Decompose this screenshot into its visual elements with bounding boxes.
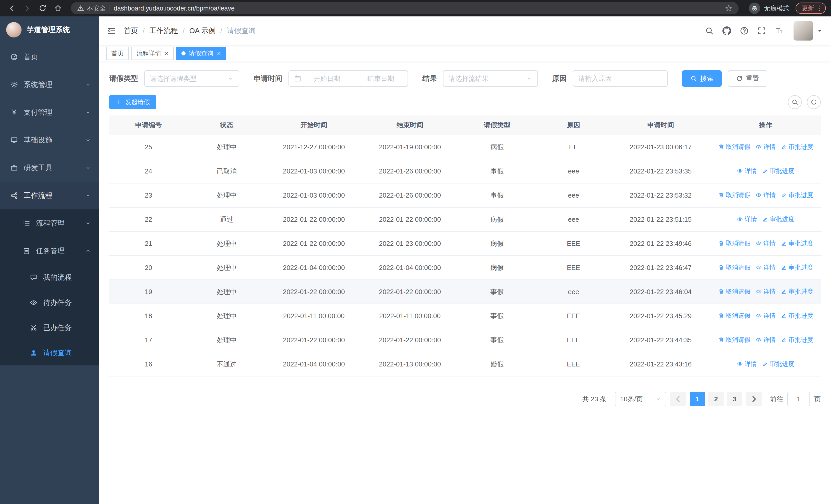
action-detail[interactable]: 详情 <box>755 143 776 151</box>
action-progress[interactable]: 审批进度 <box>762 167 794 175</box>
action-detail[interactable]: 详情 <box>755 288 776 296</box>
browser-home-button[interactable] <box>51 2 65 15</box>
action-progress[interactable]: 审批进度 <box>762 215 794 223</box>
action-progress[interactable]: 审批进度 <box>781 288 813 296</box>
action-label: 取消请假 <box>726 312 750 320</box>
cell-end-time: 2022-01-13 00:00:00 <box>362 352 458 376</box>
url-bar[interactable]: 不安全 dashboard.yudao.iocoder.cn/bpm/oa/le… <box>71 2 739 14</box>
tab-0[interactable]: 首页 <box>106 47 129 60</box>
cell-reason: EEE <box>536 304 611 328</box>
sidebar-subitem-4[interactable]: 已办任务 <box>0 315 99 340</box>
total-count: 共 23 条 <box>582 395 607 404</box>
action-detail[interactable]: 详情 <box>755 191 776 199</box>
action-progress[interactable]: 审批进度 <box>781 263 813 271</box>
cell-start-time: 2022-01-04 00:00:00 <box>266 352 362 376</box>
tab-1[interactable]: 流程详情× <box>132 47 174 60</box>
create-leave-button[interactable]: 发起请假 <box>109 95 156 109</box>
action-cancel[interactable]: 取消请假 <box>718 239 750 247</box>
action-label: 详情 <box>763 191 776 199</box>
prev-page-button[interactable] <box>670 392 686 406</box>
result-placeholder: 请选择流结果 <box>449 74 489 83</box>
action-detail[interactable]: 详情 <box>755 336 776 344</box>
trash-icon <box>718 289 724 295</box>
back-button[interactable] <box>5 2 19 15</box>
sidebar-item-2[interactable]: 支付管理 <box>0 98 99 126</box>
refresh-table-button[interactable] <box>807 95 821 109</box>
briefcase-icon <box>10 164 18 172</box>
action-cancel[interactable]: 取消请假 <box>718 288 750 296</box>
reset-button-label: 重置 <box>746 74 759 83</box>
action-cancel[interactable]: 取消请假 <box>718 336 750 344</box>
action-detail[interactable]: 详情 <box>755 239 776 247</box>
reset-button[interactable]: 重置 <box>728 70 767 87</box>
cell-end-time: 2022-01-26 00:00:00 <box>362 183 458 207</box>
forward-button[interactable] <box>21 2 34 15</box>
site-security[interactable]: 不安全 <box>77 4 106 12</box>
sidebar-subitem-5[interactable]: 请假查询 <box>0 340 99 365</box>
action-cancel[interactable]: 取消请假 <box>718 143 750 151</box>
user-menu[interactable] <box>794 21 823 40</box>
action-progress[interactable]: 审批进度 <box>781 336 813 344</box>
close-icon[interactable]: × <box>165 50 169 57</box>
breadcrumb-item-1[interactable]: 工作流程 <box>149 26 178 36</box>
sidebar-item-4[interactable]: 研发工具 <box>0 154 99 182</box>
sidebar-item-0[interactable]: 首页 <box>0 43 99 71</box>
action-cancel[interactable]: 取消请假 <box>718 191 750 199</box>
cell-id: 25 <box>109 135 188 159</box>
breadcrumb-item-0[interactable]: 首页 <box>124 26 138 36</box>
page-size-select[interactable]: 10条/页 <box>615 392 666 406</box>
action-progress[interactable]: 审批进度 <box>781 191 813 199</box>
url-text[interactable]: dashboard.yudao.iocoder.cn/bpm/oa/leave <box>114 5 721 12</box>
leave-type-select[interactable]: 请选择请假类型 <box>144 70 239 87</box>
action-cancel[interactable]: 取消请假 <box>718 263 750 271</box>
bookmark-star-icon[interactable] <box>725 4 733 12</box>
action-progress[interactable]: 审批进度 <box>781 312 813 320</box>
toggle-search-button[interactable] <box>788 95 802 109</box>
close-icon[interactable]: × <box>217 50 221 57</box>
action-detail[interactable]: 详情 <box>755 263 776 271</box>
update-button[interactable]: 更新 <box>796 3 826 14</box>
page-button-3[interactable]: 3 <box>727 392 742 406</box>
reason-input[interactable] <box>573 70 668 87</box>
search-button[interactable]: 搜索 <box>682 70 722 87</box>
action-cancel[interactable]: 取消请假 <box>718 312 750 320</box>
page-button-1[interactable]: 1 <box>690 392 705 406</box>
scissors-icon <box>30 324 37 331</box>
font-size-icon[interactable] <box>771 23 787 39</box>
action-detail[interactable]: 详情 <box>737 215 757 223</box>
help-icon[interactable] <box>736 23 752 39</box>
browser-menu-dots-icon[interactable] <box>815 5 823 12</box>
collapse-sidebar-icon[interactable] <box>99 26 124 35</box>
action-detail[interactable]: 详情 <box>737 360 757 368</box>
sidebar-item-3[interactable]: 基础设施 <box>0 126 99 154</box>
goto-page-input[interactable] <box>787 392 810 406</box>
user-avatar[interactable] <box>794 21 813 40</box>
sidebar-subitem-1[interactable]: 任务管理 <box>0 237 99 265</box>
date-range-picker[interactable]: 开始日期 - 结束日期 <box>288 70 408 87</box>
reload-button[interactable] <box>36 2 49 15</box>
action-progress[interactable]: 审批进度 <box>762 360 794 368</box>
sidebar-subitem-0[interactable]: 流程管理 <box>0 209 99 237</box>
action-detail[interactable]: 详情 <box>737 167 757 175</box>
cell-id: 23 <box>109 183 188 207</box>
sidebar-subitem-2[interactable]: 我的流程 <box>0 265 99 290</box>
breadcrumb-item-2[interactable]: OA 示例 <box>190 26 216 36</box>
sidebar-item-5[interactable]: 工作流程 <box>0 182 99 209</box>
tab-2[interactable]: 请假查询× <box>176 47 226 60</box>
action-progress[interactable]: 审批进度 <box>781 143 813 151</box>
github-icon[interactable] <box>719 23 735 39</box>
eye-icon <box>737 168 743 174</box>
trash-icon <box>718 240 724 246</box>
search-icon[interactable] <box>701 23 718 39</box>
column-header-3: 结束时间 <box>362 116 458 135</box>
sidebar-item-1[interactable]: 系统管理 <box>0 71 99 98</box>
cell-status: 已取消 <box>188 159 266 183</box>
action-progress[interactable]: 审批进度 <box>781 239 813 247</box>
next-page-button[interactable] <box>746 392 762 406</box>
sidebar-subitem-3[interactable]: 待办任务 <box>0 290 99 315</box>
fullscreen-icon[interactable] <box>753 23 770 39</box>
action-detail[interactable]: 详情 <box>755 312 776 320</box>
result-select[interactable]: 请选择流结果 <box>443 70 538 87</box>
cell-reason: EEE <box>536 352 611 376</box>
page-button-2[interactable]: 2 <box>708 392 724 406</box>
